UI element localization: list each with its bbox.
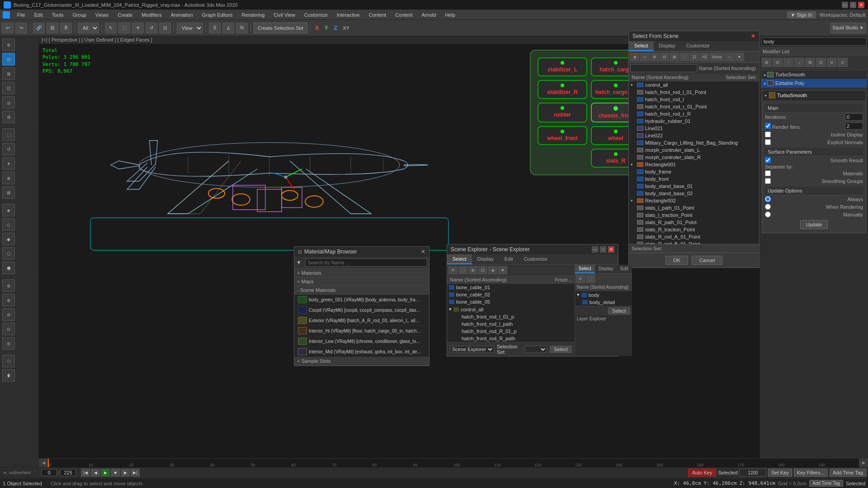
se-minimize[interactable]: —	[592, 246, 598, 253]
sfs-toolbar-btn-4[interactable]: ⊟	[660, 53, 669, 61]
ts-manually-radio[interactable]	[765, 211, 771, 217]
sfs-toolbar-btn-6[interactable]: ⬚	[680, 53, 689, 61]
scene-item-slats-r-rod-b[interactable]: slats_R_rod_B_01_Point	[629, 240, 759, 244]
sidebar-icon-b[interactable]: ↺	[2, 143, 15, 155]
se-right-select-btn[interactable]: Select	[608, 307, 630, 314]
sidebar-icon-g[interactable]: ◇	[2, 218, 15, 231]
sfs-toolbar-btn-2[interactable]: ◇	[640, 53, 649, 61]
add-time-tag-status-btn[interactable]: Add Time Tag	[809, 480, 843, 487]
menu-content[interactable]: Content	[393, 11, 415, 19]
sidebar-display-icon[interactable]: ◎	[2, 96, 15, 109]
scene-item-slats-r-rod-a[interactable]: slats_R_rod_A_01_Point	[629, 233, 759, 240]
mat-item-body-green[interactable]: body_green_001 (VRayMtl) [body_antenna, …	[294, 295, 429, 305]
se-btn-6[interactable]: ▼	[498, 266, 507, 274]
ts-isoline-check[interactable]	[765, 131, 771, 137]
se-item-hatch-front-l-p[interactable]: hatch_front_rod_l_01_p	[447, 313, 575, 320]
menu-rendering[interactable]: Rendering	[240, 11, 267, 19]
se-btn-5[interactable]: ◈	[488, 266, 497, 274]
menu-help[interactable]: Help	[443, 11, 457, 19]
sidebar-icon-e[interactable]: ⊠	[2, 186, 15, 199]
scene-item-slats-r-traction[interactable]: slats_R_traction_Point	[629, 226, 759, 233]
region-select-btn[interactable]: ⬚	[118, 23, 130, 33]
scene-item-hydraulic[interactable]: hydraulic_rubber_01	[629, 117, 759, 125]
se-right-item-body[interactable]: ▾ body	[575, 291, 632, 299]
mat-item-cocpit[interactable]: Cocpit (VRayMtl) [cocpit, cocpit_compass…	[294, 305, 429, 315]
sidebar-icon-m[interactable]: ⊘	[2, 308, 15, 321]
key-filters-btn[interactable]: Key Filters...	[794, 469, 828, 477]
menu-civil-view[interactable]: Civil View	[272, 11, 297, 19]
se-selection-set-select[interactable]	[525, 346, 547, 353]
sfs-search-input[interactable]	[630, 64, 697, 72]
scene-item-line022[interactable]: Line022	[629, 132, 759, 139]
sidebar-modify-icon[interactable]: ⊟	[2, 53, 15, 66]
sidebar-icon-q[interactable]: ⬮	[2, 369, 15, 382]
mod-toolbar-btn-7[interactable]: ⊘	[827, 58, 837, 67]
se-item-bone-cable-02[interactable]: bone_cable_02	[447, 291, 575, 298]
mod-toolbar-btn-2[interactable]: ⊟	[773, 58, 783, 67]
ts-update-button[interactable]: Update	[800, 220, 828, 229]
modifier-item-turbosmooth[interactable]: ▸ TurboSmooth	[761, 70, 867, 79]
ctrl-stabilizer-l[interactable]: stabilizer_L	[538, 57, 587, 76]
bind-btn[interactable]: B	[60, 23, 72, 33]
menu-animation[interactable]: Animation	[169, 11, 195, 19]
sign-in-button[interactable]: ▼ Sign In	[787, 11, 816, 19]
menu-edit[interactable]: Edit	[33, 11, 45, 19]
minimize-btn[interactable]: —	[842, 2, 848, 8]
scale-btn[interactable]: ⊡	[159, 23, 171, 33]
menu-graph-editors[interactable]: Graph Editors	[200, 11, 235, 19]
angle-snap-btn[interactable]: ∠	[222, 23, 234, 33]
se-right-btn-1[interactable]: ✕	[576, 275, 585, 283]
ts-always-radio[interactable]	[765, 196, 771, 202]
sidebar-icon-i[interactable]: ⬡	[2, 247, 15, 260]
se-btn-2[interactable]: ⬚	[458, 266, 467, 274]
sidebar-icon-l[interactable]: ⊗	[2, 294, 15, 306]
mod-toolbar-btn-5[interactable]: ⊠	[805, 58, 815, 67]
scene-item-hatch-front-rod-r-obj[interactable]: hatch_front_rod_r_R	[629, 110, 759, 117]
mat-item-interior-low[interactable]: Interior_Low (VRayMtl) [chrome, conditio…	[294, 336, 429, 347]
sidebar-icon-k[interactable]: ⊛	[2, 279, 15, 292]
redo-btn[interactable]: ↪	[15, 23, 27, 33]
se-item-bone-cable-05[interactable]: bone_cable_05	[447, 298, 575, 305]
maximize-btn[interactable]: □	[850, 2, 856, 8]
ts-explicit-normals-check[interactable]	[765, 139, 771, 145]
scene-item-hatch-front-rod-obj[interactable]: hatch_front_rod_l	[629, 96, 759, 103]
se-item-hatch-front-r-p[interactable]: hatch_front_rod_R_01_p	[447, 328, 575, 335]
sfs-none-btn[interactable]: None	[710, 53, 724, 61]
undo-btn[interactable]: ↩	[2, 23, 14, 33]
scene-item-morph-l[interactable]: morph_controler_slats_L	[629, 146, 759, 154]
se-tab-display[interactable]: Display	[472, 254, 499, 264]
sidebar-icon-p[interactable]: ⬭	[2, 355, 15, 367]
sidebar-utilities-icon[interactable]: ⚙	[2, 111, 15, 123]
menu-scripting[interactable]: Interactive	[335, 11, 362, 19]
scene-item-body-frame[interactable]: body_frame	[629, 168, 759, 175]
menu-create[interactable]: Create	[116, 11, 134, 19]
ctrl-stabilizer-r[interactable]: stabilizer_R	[538, 80, 587, 99]
current-frame-input[interactable]	[41, 469, 57, 476]
timeline-play-next[interactable]: ▶	[859, 458, 868, 467]
sfs-toolbar-btn-7[interactable]: ⊡	[690, 53, 699, 61]
se-tab-customize[interactable]: Customize	[519, 254, 553, 264]
sfs-filter-btn[interactable]: ▼	[735, 53, 744, 61]
scene-item-body-stand-1[interactable]: body_stand_base_01	[629, 183, 759, 190]
sfs-invert-btn[interactable]: ↔	[725, 53, 734, 61]
sidebar-icon-h[interactable]: ◆	[2, 233, 15, 245]
sidebar-create-icon[interactable]: ⊕	[2, 38, 15, 51]
rotate-btn[interactable]: ↺	[146, 23, 157, 33]
tab-select[interactable]: Select	[629, 41, 654, 51]
sidebar-icon-o[interactable]: ⊚	[2, 337, 15, 350]
sidebar-icon-f[interactable]: ◈	[2, 204, 15, 216]
mat-item-exterior[interactable]: Exterior (VRayMtl) [hatch_A_R_rod_03, ai…	[294, 315, 429, 326]
ctrl-wheel-front[interactable]: wheel_front	[538, 126, 587, 145]
se-btn-3[interactable]: ⊕	[468, 266, 477, 274]
menu-group[interactable]: Group	[71, 11, 88, 19]
se-item-hatch-front-r-path[interactable]: hatch_front_rod_R_path	[447, 335, 575, 342]
set-key-btn[interactable]: Set Key	[768, 469, 792, 477]
select-btn[interactable]: ↖	[105, 23, 117, 33]
se-close[interactable]: ✕	[608, 246, 614, 253]
mod-toolbar-btn-1[interactable]: ⊞	[762, 58, 772, 67]
scene-item-morph-r[interactable]: morph_controler_slats_R	[629, 154, 759, 161]
move-btn[interactable]: ✛	[132, 23, 144, 33]
z-axis-btn[interactable]: Z	[332, 24, 339, 31]
se-footer-dropdown[interactable]: Scene Explorer	[450, 346, 494, 353]
sfs-toolbar-btn-1[interactable]: ◈	[630, 53, 639, 61]
